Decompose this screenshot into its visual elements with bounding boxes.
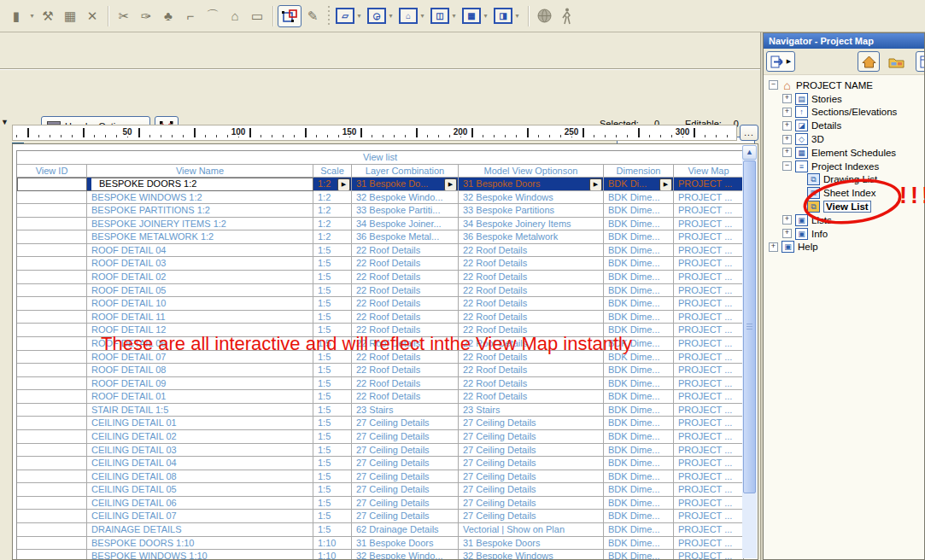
table-cell[interactable] [17,257,87,271]
table-row[interactable]: BESPOKE DOORS 1:21:2▶31 Bespoke Do...▶31… [17,178,743,191]
project-map-home-button[interactable] [858,51,880,72]
expand-plus-icon[interactable]: + [782,121,792,131]
table-cell[interactable]: 36 Bespoke Metalwork [459,230,604,244]
table-cell[interactable]: 27 Ceiling Details [352,417,459,430]
table-cell[interactable]: PROJECT ... [674,523,743,537]
table-cell[interactable] [17,297,87,311]
table-cell[interactable] [17,457,87,470]
close-tool-icon[interactable]: ✕ [81,5,103,27]
tree-item-project-name[interactable]: −⌂PROJECT NAME [764,79,924,92]
table-cell[interactable]: CEILING DETAIL 08 [87,470,313,484]
table-row[interactable]: BESPOKE WINDOWS 1:101:1032 Bespoke Windo… [17,550,743,560]
table-cell[interactable]: CEILING DETAIL 01 [87,417,313,430]
table-cell[interactable]: PROJECT ... [674,430,743,444]
table-cell[interactable]: 1:5 [313,271,352,284]
column-tree-icon[interactable]: ♣ [157,5,179,27]
table-cell[interactable]: BDK Di...▶ [604,178,674,191]
table-cell[interactable]: ROOF DETAIL 01 [87,390,313,404]
table-cell[interactable]: PROJECT ... [674,204,743,218]
table-cell[interactable]: CEILING DETAIL 02 [87,430,313,444]
section-view-icon[interactable]: ◫ [430,8,449,24]
table-row[interactable]: CEILING DETAIL 071:527 Ceiling Details27… [17,510,743,523]
table-cell[interactable]: BDK Dime... [604,523,674,537]
table-cell[interactable]: 1:5 [313,257,352,271]
table-cell[interactable]: PROJECT ... [674,483,743,497]
table-cell[interactable] [17,537,87,551]
schedule-view-icon-dropdown[interactable]: ▾ [481,5,490,27]
table-cell[interactable]: BDK Dime... [604,430,674,444]
table-cell[interactable]: BDK Dime... [604,483,674,497]
table-cell[interactable]: 27 Ceiling Details [352,497,459,510]
table-cell[interactable]: CEILING DETAIL 07 [87,510,313,523]
table-cell[interactable]: 31 Bespoke Doors [459,537,604,551]
table-cell[interactable]: 27 Ceiling Details [459,470,604,484]
table-cell[interactable]: BDK Dime... [604,550,674,560]
table-cell[interactable]: 22 Roof Details [352,257,459,271]
table-cell[interactable]: 31 Bespoke Doors▶ [459,178,604,191]
column-header[interactable]: Dimension [604,165,674,178]
table-cell[interactable] [17,244,87,258]
fillet-curve-icon[interactable]: ⌒ [202,5,224,27]
table-cell[interactable] [17,404,87,417]
table-cell[interactable] [17,271,87,284]
table-cell[interactable]: BDK Dime... [604,510,674,523]
table-cell[interactable]: 1:5 [313,377,352,391]
table-cell[interactable]: 1:5 [313,297,352,311]
table-cell[interactable]: 27 Ceiling Details [352,457,459,470]
3d-view-icon-dropdown[interactable]: ▾ [386,5,395,27]
table-cell[interactable]: 1:5 [313,311,352,324]
table-cell[interactable]: PROJECT ... [674,377,743,391]
table-cell[interactable]: PROJECT ... [674,364,743,377]
table-cell[interactable]: CEILING DETAIL 05 [87,483,313,497]
table-cell[interactable]: ROOF DETAIL 03 [87,257,313,271]
expand-plus-icon[interactable]: + [782,215,792,225]
table-cell[interactable]: 31 Bespoke Doors [352,537,459,551]
table-cell[interactable] [17,497,87,510]
cell-dropdown-button[interactable]: ▶ [337,178,350,191]
schedule-view-icon[interactable]: ▦ [462,8,481,24]
table-cell[interactable] [17,284,87,298]
table-cell[interactable]: PROJECT ... [674,311,743,324]
table-cell[interactable]: 62 Drainage Details [352,523,459,537]
table-cell[interactable]: Vectorial | Show on Plan [459,523,604,537]
vertical-scrollbar[interactable]: ▲ [742,145,757,558]
table-cell[interactable]: CEILING DETAIL 06 [87,497,313,510]
table-cell[interactable] [17,311,87,324]
table-cell[interactable] [17,204,87,218]
column-header[interactable]: View Name [87,165,313,178]
table-cell[interactable]: 22 Roof Details [352,390,459,404]
table-row[interactable]: CEILING DETAIL 041:527 Ceiling Details27… [17,457,743,470]
table-cell[interactable] [17,364,87,377]
table-cell[interactable]: 1:5 [313,364,352,377]
layout-view-icon-dropdown[interactable]: ▾ [512,5,522,27]
table-cell[interactable]: 27 Ceiling Details [352,510,459,523]
collapse-minus-icon[interactable]: − [769,80,778,90]
table-cell[interactable]: 1:2 [313,218,352,231]
table-cell[interactable]: PROJECT ... [674,497,743,510]
table-cell[interactable]: 22 Roof Details [459,390,604,404]
pane-collapse-arrow-icon[interactable]: ▼ [1,118,9,126]
table-cell[interactable]: BDK Dime... [604,271,674,284]
table-cell[interactable]: BDK Dime... [604,364,674,377]
table-cell[interactable]: 22 Roof Details [459,364,604,377]
stamp-dropdown-icon[interactable]: ▾ [27,5,37,27]
floor-plan-view-icon-dropdown[interactable]: ▾ [354,5,364,27]
tree-item-3d[interactable]: +◇3D [764,132,924,146]
table-cell[interactable]: PROJECT ... [674,457,743,470]
table-cell[interactable]: 27 Ceiling Details [352,430,459,444]
table-cell[interactable]: 1:2 [313,191,352,205]
table-cell[interactable] [17,218,87,231]
table-cell[interactable]: 1:2 [313,204,352,218]
table-row[interactable]: BESPOKE DOORS 1:101:1031 Bespoke Doors31… [17,537,743,551]
table-cell[interactable]: CEILING DETAIL 03 [87,444,313,458]
table-row[interactable]: ROOF DETAIL 031:522 Roof Details22 Roof … [17,257,743,271]
column-header[interactable]: View Map [674,165,743,178]
table-row[interactable]: CEILING DETAIL 051:527 Ceiling Details27… [17,483,743,497]
table-cell[interactable]: ROOF DETAIL 02 [87,271,313,284]
section-view-icon-dropdown[interactable]: ▾ [449,5,459,27]
corner-tool-icon[interactable]: ⌐ [179,5,202,27]
table-cell[interactable]: 1:5 [313,483,352,497]
marquee-box-icon[interactable]: ▭ [246,5,268,27]
tree-item-project-indexes[interactable]: −≡Project Indexes [764,160,924,173]
table-row[interactable]: BESPOKE WINDOWS 1:21:232 Bespoke Windo..… [17,191,743,205]
